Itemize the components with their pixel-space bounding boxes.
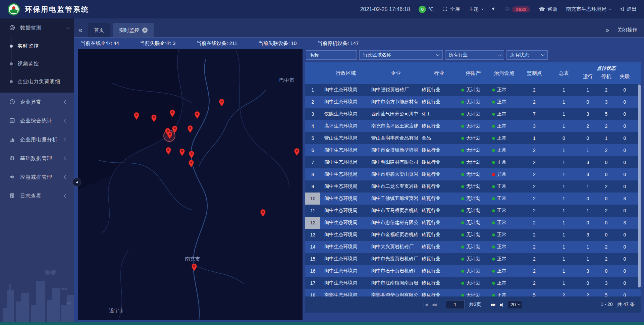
close-operations-button[interactable]: 关闭操作 (617, 27, 637, 33)
cell-pollution-facility: 正常 (489, 232, 520, 238)
cell-total-meters: 1 (549, 232, 579, 237)
map-canvas[interactable]: 巴中市南充市遂宁市 (78, 49, 303, 320)
mute-button[interactable] (491, 6, 496, 12)
sidebar-subitem-power-load-detail[interactable]: 企业电力负荷明细 (0, 73, 74, 91)
scrollbar-thumb[interactable] (638, 85, 641, 287)
cell-limit-production: 无计划 (458, 208, 489, 214)
pagination-prev-button[interactable]: ◀◀ (432, 303, 436, 307)
pagination-first-button[interactable]: ◀ (424, 303, 427, 307)
cell-region: 阆中生态环境局 (320, 99, 371, 105)
filter-status-select[interactable]: 所有状态 (506, 50, 548, 60)
filter-region-select[interactable]: 行政区域名称 (359, 50, 443, 60)
table-row[interactable]: 9阆中生态环境局阆中市二龙长宝页岩砖砖瓦行业无计划正常21120 (305, 180, 641, 193)
sidebar-item-company-statistics[interactable]: 企业综合统计 (0, 111, 74, 130)
fullscreen-button[interactable]: 全屏 (442, 6, 460, 12)
sidebar-group-base-data: 基础数据管理 (0, 149, 74, 168)
table-row[interactable]: 10阆中生态环境局阆中千佛镇五郎垭页岩砖瓦行业无计划正常21003 (305, 193, 641, 205)
logout-button[interactable]: 退出 (619, 6, 637, 12)
sidebar-item-log-view[interactable]: 日志查看 (0, 186, 74, 205)
cell-stopped: 0 (597, 268, 615, 274)
table-row[interactable]: 14阆中生态环境局阆中大兴页岩机砖厂砖瓦行业无计划正常21120 (305, 241, 641, 253)
close-tab-icon[interactable]: × (142, 28, 148, 33)
tabs-scroll-left-icon[interactable]: « (74, 23, 88, 37)
cell-lost: 0 (615, 172, 634, 177)
stat-label: 当前在线设备: (196, 40, 228, 46)
cell-running: 3 (579, 172, 597, 177)
notifications-button[interactable]: 2632 (505, 6, 530, 12)
table-row[interactable]: 1阆中生态环境局阆中强锐页岩砖厂砖瓦行业无计划正常21120 (305, 84, 641, 96)
help-button[interactable]: ☎ 帮助 (539, 6, 557, 12)
chevron-left-icon (64, 119, 67, 122)
theme-dropdown[interactable]: 主题 (469, 6, 483, 12)
tabs-scroll-right-icon[interactable]: » (605, 26, 609, 34)
first-page-icon (424, 303, 424, 307)
org-dropdown[interactable]: 南充市生态环境局 (566, 6, 610, 12)
cell-pollution-facility: 正常 (489, 292, 520, 296)
table-row[interactable]: 2阆中生态环境局阆中市南方节能建材有砖瓦行业无计划正常21030 (305, 96, 641, 108)
status-dot-icon (461, 221, 464, 224)
sidebar-group-power-analysis: 企业用电量分析 (0, 130, 74, 149)
cell-lost: 0 (615, 292, 634, 296)
cell-index: 13 (305, 232, 320, 237)
status-dot-icon (461, 125, 464, 128)
cell-pollution-facility: 正常 (489, 280, 520, 286)
pagination-page-input[interactable]: 1 (446, 300, 465, 309)
table-row[interactable]: 5营山生态环境局营山县润丰肉食品有限食品无计划正常10010 (305, 132, 641, 144)
table-row[interactable]: 4高坪生态环境局南充市高坪区王家店建砖瓦行业无计划正常31220 (305, 120, 641, 132)
table-scrollbar[interactable] (638, 85, 641, 296)
cell-industry: 砖瓦行业 (420, 280, 458, 286)
table-row[interactable]: 13阆中生态环境局阆中市金福旺页岩机砖砖瓦行业无计划正常21300 (305, 229, 641, 241)
cell-monitor-points: 2 (520, 244, 549, 250)
tab-home[interactable]: 首页 (88, 23, 110, 37)
table-row[interactable]: 12阆中生态环境局阆中市忠信建材有限公砖瓦行业无计划正常21003 (305, 217, 641, 229)
table-row[interactable]: 7阆中生态环境局阆中明阳建材有限公司砖瓦行业无计划正常21300 (305, 156, 641, 168)
cell-pollution-facility: 异常 (489, 171, 520, 177)
sidebar-item-emergency-reduction[interactable]: 应急减排管理 (0, 168, 74, 186)
pagination-summary: 1 - 20 共 47 条 (601, 302, 635, 308)
table-row[interactable]: 8阆中生态环境局阆中市枣碧大梁山页岩砖瓦行业无计划异常21300 (305, 168, 641, 180)
sidebar-item-power-analysis[interactable]: 企业用电量分析 (0, 130, 74, 149)
cell-running: 3 (579, 232, 597, 237)
chevron-down-icon (498, 53, 501, 56)
sidebar-collapse-button[interactable]: ◀ (72, 178, 81, 186)
cell-total-meters: 1 (549, 280, 579, 286)
sidebar-subitem-realtime-monitoring[interactable]: 实时监控 (0, 37, 74, 55)
cell-company: 阆中大兴页岩机砖厂 (371, 244, 420, 250)
filter-name-input[interactable] (306, 50, 357, 60)
status-dot-icon (461, 89, 464, 92)
cell-company: 营山县润丰肉食品有限 (371, 135, 420, 141)
map-panel[interactable]: 巴中市南充市遂宁市 (78, 49, 303, 320)
cell-total-meters: 1 (549, 268, 579, 274)
sidebar-item-data-monitoring[interactable]: 数据监测 (0, 18, 74, 37)
cell-industry: 砖瓦行业 (420, 244, 458, 250)
table-row[interactable]: 11阆中生态环境局阆中市五马桥页岩机砖砖瓦行业无计划正常21120 (305, 205, 641, 217)
filter-name-textbox[interactable] (310, 52, 353, 58)
cell-pollution-facility: 正常 (489, 196, 520, 202)
stats-bar: 当前在线企业:44当前失联企业:3当前在线设备:211当前失联设备:10当前停机… (74, 38, 644, 49)
sidebar-item-base-data[interactable]: 基础数据管理 (0, 149, 74, 168)
cell-pollution-facility: 正常 (489, 208, 520, 214)
table-row[interactable]: 3仪陇生态环境局西南油气田分公司川中化工无计划正常71350 (305, 108, 641, 120)
cell-monitor-points: 2 (520, 280, 549, 286)
chevron-down-icon (541, 53, 545, 56)
sidebar-item-label: 数据监测 (20, 25, 61, 31)
filter-industry-select[interactable]: 所有行业 (445, 50, 504, 60)
table-row[interactable]: 6阆中生态环境局阆中市金博瑞新型墙材砖瓦行业无计划正常21120 (305, 144, 641, 156)
table-row[interactable]: 15阆中生态环境局阆中市光富页岩机砖厂砖瓦行业无计划正常21120 (305, 253, 641, 265)
cell-industry: 化工 (420, 111, 458, 117)
pagination-last-button[interactable]: ▶ (500, 303, 503, 307)
page-size-select[interactable]: 20 (508, 300, 522, 309)
stat-offline-devices: 当前失联设备:10 (258, 40, 297, 47)
tab-bar: « 首页实时监控× » 关闭操作 (74, 18, 644, 38)
column-header: 行政区域 (320, 62, 371, 84)
sidebar-subitem-video-monitoring[interactable]: 视频监控 (0, 55, 74, 73)
sidebar-item-company-abnormal[interactable]: 企业异常 (0, 93, 74, 111)
cell-monitor-points: 1 (520, 136, 549, 141)
table-row[interactable]: 16阆中生态环境局阆中市石子页岩机砖厂砖瓦行业无计划正常21300 (305, 265, 641, 277)
tab-realtime-monitoring[interactable]: 实时监控× (113, 23, 154, 37)
table-row[interactable]: 18南部生态环境局南部县鸿华页岩有限公砖瓦行业无计划正常52250 (305, 289, 641, 296)
pagination-next-button[interactable]: ▶▶ (491, 303, 495, 307)
cell-total-meters: 1 (549, 244, 579, 250)
divider (486, 302, 486, 308)
table-row[interactable]: 17阆中生态环境局阆中市江南镇阆南页岩砖瓦行业无计划正常21030 (305, 277, 641, 289)
